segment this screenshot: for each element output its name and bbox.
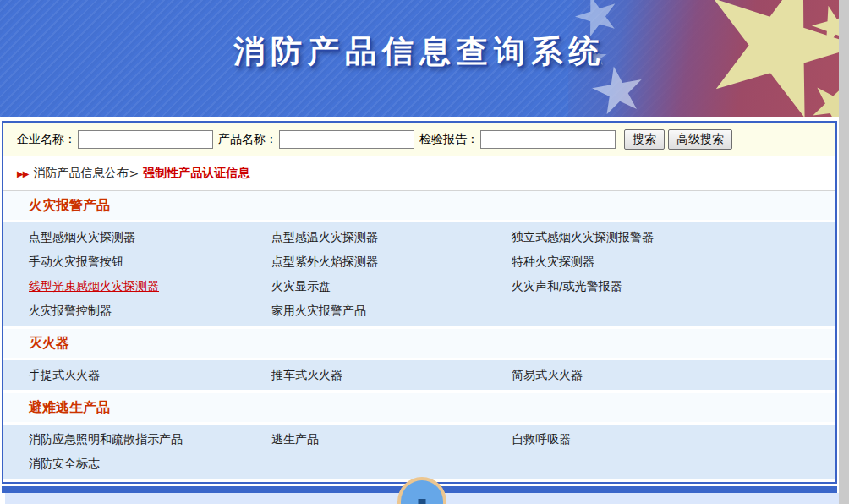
search-bar: 企业名称： 产品名称： 检验报告： 搜索 高级搜索	[3, 123, 835, 156]
breadcrumb-parent-link[interactable]: 消防产品信息公布	[33, 166, 128, 181]
window-edge-strip	[839, 0, 849, 504]
main-content-box: 企业名称： 产品名称： 检验报告： 搜索 高级搜索 ▶▶ 消防产品信息公布 > …	[2, 121, 837, 484]
inspection-report-label: 检验报告：	[419, 132, 479, 147]
flag-star-icon	[802, 73, 839, 117]
emblem-shield-detail	[419, 499, 426, 504]
product-link[interactable]: 独立式感烟火灾探测报警器	[486, 230, 835, 245]
company-name-label: 企业名称：	[17, 132, 76, 147]
breadcrumb: ▶▶ 消防产品信息公布 > 强制性产品认证信息	[3, 156, 835, 191]
search-button[interactable]: 搜索	[624, 129, 665, 150]
product-link[interactable]: 消防应急照明和疏散指示产品	[3, 432, 246, 447]
breadcrumb-current: 强制性产品认证信息	[143, 166, 249, 181]
product-sections: 火灾报警产品 点型感烟火灾探测器 点型感温火灾探测器 独立式感烟火灾探测报警器 …	[3, 191, 835, 479]
page-title: 消防产品信息查询系统	[0, 30, 839, 73]
product-name-label: 产品名称：	[218, 132, 277, 147]
product-link-highlighted[interactable]: 线型光束感烟火灾探测器	[3, 279, 246, 294]
section-links: 手提式灭火器 推车式灭火器 简易式灭火器	[3, 360, 835, 390]
product-link[interactable]: 点型感烟火灾探测器	[3, 230, 246, 245]
company-name-input[interactable]	[78, 130, 213, 149]
section-title-fire-alarm: 火灾报警产品	[3, 191, 835, 220]
product-link[interactable]: 家用火灾报警产品	[246, 304, 486, 319]
banner: 消防产品信息查询系统	[0, 0, 839, 117]
advanced-search-button[interactable]: 高级搜索	[668, 129, 732, 150]
link-row: 消防应急照明和疏散指示产品 逃生产品 自救呼吸器	[3, 427, 835, 452]
product-link[interactable]: 火灾显示盘	[246, 279, 486, 294]
app-window: 消防产品信息查询系统 企业名称： 产品名称： 检验报告： 搜索 高级搜索 ▶▶ …	[0, 0, 849, 504]
link-row: 消防安全标志	[3, 452, 835, 476]
product-link[interactable]: 自救呼吸器	[486, 432, 835, 447]
inspection-report-input[interactable]	[480, 130, 616, 149]
breadcrumb-separator: >	[129, 167, 139, 180]
section-title-extinguishers: 灭火器	[3, 329, 835, 358]
section-title-escape-products: 避难逃生产品	[3, 393, 835, 422]
product-link[interactable]: 火灾报警控制器	[3, 304, 246, 319]
link-row: 火灾报警控制器 家用火灾报警产品	[3, 299, 835, 323]
product-link[interactable]: 手动火灾报警按钮	[3, 255, 246, 270]
product-link[interactable]: 点型紫外火焰探测器	[246, 255, 486, 270]
product-link[interactable]: 消防安全标志	[3, 457, 246, 472]
product-link[interactable]: 火灾声和/或光警报器	[486, 279, 835, 294]
link-row: 手动火灾报警按钮 点型紫外火焰探测器 特种火灾探测器	[3, 249, 835, 274]
footer	[5, 493, 839, 504]
section-links: 消防应急照明和疏散指示产品 逃生产品 自救呼吸器 消防安全标志	[3, 425, 835, 479]
product-link[interactable]: 简易式灭火器	[486, 368, 835, 383]
link-row: 线型光束感烟火灾探测器 火灾显示盘 火灾声和/或光警报器	[3, 274, 835, 299]
product-link[interactable]: 点型感温火灾探测器	[246, 230, 486, 245]
breadcrumb-arrows-icon: ▶▶	[17, 169, 28, 178]
section-links: 点型感烟火灾探测器 点型感温火灾探测器 独立式感烟火灾探测报警器 手动火灾报警按…	[3, 222, 835, 326]
product-link[interactable]: 逃生产品	[246, 432, 486, 447]
product-link[interactable]: 手提式灭火器	[3, 368, 246, 383]
product-link[interactable]: 特种火灾探测器	[486, 255, 835, 270]
link-row: 点型感烟火灾探测器 点型感温火灾探测器 独立式感烟火灾探测报警器	[3, 225, 835, 249]
product-link[interactable]: 推车式灭火器	[246, 368, 486, 383]
page: 消防产品信息查询系统 企业名称： 产品名称： 检验报告： 搜索 高级搜索 ▶▶ …	[0, 0, 839, 504]
product-name-input[interactable]	[279, 130, 414, 149]
link-row: 手提式灭火器 推车式灭火器 简易式灭火器	[3, 363, 835, 387]
